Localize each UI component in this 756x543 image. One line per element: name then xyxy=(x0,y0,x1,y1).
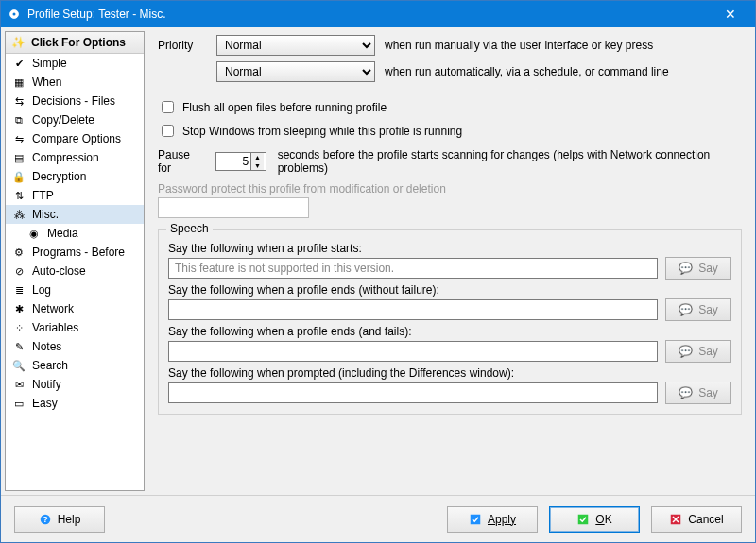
speech-endfail-input[interactable] xyxy=(168,341,658,362)
sidebar: ✨ Click For Options ✔Simple ▦When ⇆Decis… xyxy=(5,31,145,491)
pause-hint: seconds before the profile starts scanni… xyxy=(278,148,742,175)
sidebar-item-copydelete[interactable]: ⧉Copy/Delete xyxy=(6,110,144,129)
sidebar-item-variables[interactable]: ⁘Variables xyxy=(6,318,144,337)
cancel-button[interactable]: Cancel xyxy=(651,506,742,533)
app-icon xyxy=(7,7,22,22)
apply-button[interactable]: Apply xyxy=(447,506,538,533)
sidebar-item-misc[interactable]: ⁂Misc. xyxy=(6,205,144,224)
wand-icon: ✨ xyxy=(11,36,26,49)
sidebar-item-decryption[interactable]: 🔒Decryption xyxy=(6,167,144,186)
help-icon: ? xyxy=(39,513,52,526)
help-button[interactable]: ? Help xyxy=(14,506,105,533)
sidebar-header-label: Click For Options xyxy=(31,36,126,49)
window-title: Profile Setup: Tester - Misc. xyxy=(27,8,166,21)
notify-icon: ✉ xyxy=(11,377,26,392)
speech-endok-label: Say the following when a profile ends (w… xyxy=(168,283,731,297)
content-panel: Priority Normal when run manually via th… xyxy=(145,27,755,495)
easy-icon: ▭ xyxy=(11,396,26,411)
speech-start-label: Say the following when a profile starts: xyxy=(168,242,731,255)
ok-icon xyxy=(576,513,590,526)
password-label: Password protect this profile from modif… xyxy=(158,182,742,195)
sidebar-item-log[interactable]: ≣Log xyxy=(6,280,144,299)
disc-icon: ◉ xyxy=(26,226,42,241)
speech-icon: 💬 xyxy=(679,262,693,275)
variables-icon: ⁘ xyxy=(11,320,26,335)
sidebar-item-network[interactable]: ✱Network xyxy=(6,299,144,318)
say-start-button[interactable]: 💬Say xyxy=(665,257,731,280)
sidebar-item-search[interactable]: 🔍Search xyxy=(6,356,144,375)
priority-auto-hint: when run automatically, via a schedule, … xyxy=(385,65,669,78)
lock-icon: 🔒 xyxy=(11,169,26,184)
spinner-up[interactable]: ▲ xyxy=(250,153,264,161)
sidebar-item-programs[interactable]: ⚙Programs - Before xyxy=(6,243,144,262)
log-icon: ≣ xyxy=(11,282,26,297)
window: Profile Setup: Tester - Misc. ✕ ✨ Click … xyxy=(0,0,756,543)
priority-auto-select[interactable]: Normal xyxy=(216,61,375,82)
ftp-icon: ⇅ xyxy=(11,188,26,203)
sidebar-item-notes[interactable]: ✎Notes xyxy=(6,337,144,356)
branch-icon: ⇆ xyxy=(11,93,26,109)
sidebar-item-easy[interactable]: ▭Easy xyxy=(6,394,144,413)
titlebar: Profile Setup: Tester - Misc. ✕ xyxy=(1,1,755,27)
priority-manual-select[interactable]: Normal xyxy=(216,35,375,56)
speech-icon: 💬 xyxy=(679,303,693,316)
sidebar-item-compare[interactable]: ⇋Compare Options xyxy=(6,129,144,148)
priority-manual-hint: when run manually via the user interface… xyxy=(385,39,653,52)
compare-icon: ⇋ xyxy=(11,131,26,146)
cancel-icon xyxy=(669,513,682,526)
copy-icon: ⧉ xyxy=(11,112,26,127)
network-icon: ✱ xyxy=(11,301,26,316)
sleep-checkbox[interactable]: Stop Windows from sleeping while this pr… xyxy=(158,122,742,140)
flush-checkbox[interactable]: Flush all open files before running prof… xyxy=(158,98,742,116)
check-icon: ✔ xyxy=(11,56,26,71)
gear-icon: ⚙ xyxy=(11,245,26,260)
speech-start-input[interactable] xyxy=(168,258,658,279)
svg-point-1 xyxy=(13,13,16,16)
archive-icon: ▤ xyxy=(11,150,26,165)
priority-label: Priority xyxy=(158,39,207,52)
ok-button[interactable]: OK xyxy=(549,506,640,533)
pause-spinner[interactable]: ▲▼ xyxy=(215,152,266,171)
sidebar-item-ftp[interactable]: ⇅FTP xyxy=(6,186,144,205)
svg-text:?: ? xyxy=(43,515,48,524)
say-endok-button[interactable]: 💬Say xyxy=(665,298,731,321)
sidebar-item-autoclose[interactable]: ⊘Auto-close xyxy=(6,262,144,280)
pause-value[interactable] xyxy=(216,155,250,168)
say-endfail-button[interactable]: 💬Say xyxy=(665,340,731,363)
password-input[interactable] xyxy=(158,197,309,218)
sidebar-item-decisions[interactable]: ⇆Decisions - Files xyxy=(6,92,144,110)
close-button[interactable]: ✕ xyxy=(712,1,749,27)
speech-endok-input[interactable] xyxy=(168,299,658,320)
notes-icon: ✎ xyxy=(11,339,26,354)
svg-rect-5 xyxy=(578,514,589,524)
calendar-icon: ▦ xyxy=(11,75,26,90)
search-icon: 🔍 xyxy=(11,358,26,373)
misc-icon: ⁂ xyxy=(11,207,26,222)
sidebar-item-notify[interactable]: ✉Notify xyxy=(6,375,144,394)
speech-icon: 💬 xyxy=(679,345,693,358)
speech-endfail-label: Say the following when a profile ends (a… xyxy=(168,325,731,338)
svg-rect-4 xyxy=(471,514,481,524)
spinner-down[interactable]: ▼ xyxy=(250,161,264,170)
speech-group: Speech Say the following when a profile … xyxy=(158,229,742,415)
sidebar-header[interactable]: ✨ Click For Options xyxy=(6,32,144,54)
sidebar-list: ✔Simple ▦When ⇆Decisions - Files ⧉Copy/D… xyxy=(6,54,144,490)
sidebar-item-when[interactable]: ▦When xyxy=(6,73,144,92)
speech-icon: 💬 xyxy=(679,386,693,399)
close-icon: ⊘ xyxy=(11,263,26,279)
speech-prompt-input[interactable] xyxy=(168,382,658,403)
pause-label: Pause for xyxy=(158,148,204,175)
speech-prompt-label: Say the following when prompted (includi… xyxy=(168,366,731,380)
sidebar-item-compression[interactable]: ▤Compression xyxy=(6,148,144,167)
say-prompt-button[interactable]: 💬Say xyxy=(665,382,731,404)
apply-icon xyxy=(469,513,482,526)
sidebar-item-media[interactable]: ◉Media xyxy=(6,224,144,243)
footer: ? Help Apply OK Cancel xyxy=(1,495,755,542)
speech-title: Speech xyxy=(166,222,213,235)
sidebar-item-simple[interactable]: ✔Simple xyxy=(6,54,144,73)
